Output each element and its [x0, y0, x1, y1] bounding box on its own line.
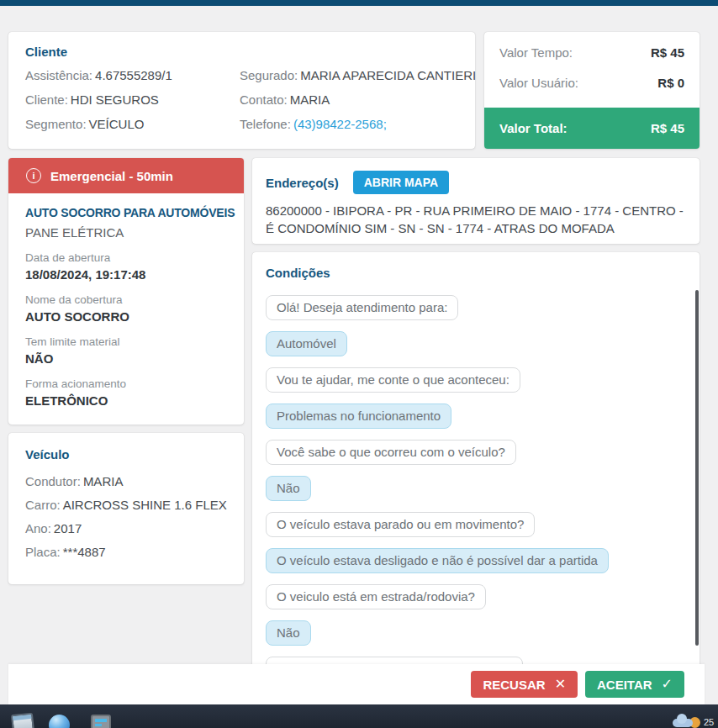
browser-globe-icon[interactable] [49, 715, 70, 728]
vehicle-card: Veículo Condutor:MARIA Carro:AIRCROSS SH… [8, 433, 244, 584]
chat-message: Não [266, 476, 311, 501]
reject-button[interactable]: RECUSAR ✕ [471, 671, 578, 698]
material-limit-field: Tem limite material NÃO [25, 335, 227, 366]
contact-row: Contato:MARIA [240, 92, 458, 107]
conditions-card-title: Condições [266, 266, 686, 280]
service-title: AUTO SOCORRO PARA AUTOMÓVEIS [25, 206, 227, 219]
chat-message: Não [266, 620, 311, 646]
emergency-banner-label: Emergencial - 50min [50, 169, 173, 183]
chat-message: O veículo estava parado ou em movimento? [266, 512, 535, 537]
address-text: 86200000 - IBIPORA - PR - RUA PRIMEIRO D… [266, 202, 686, 237]
year-row: Ano:2017 [25, 521, 227, 535]
conditions-card: Condições Olá! Deseja atendimento para: … [252, 252, 700, 670]
chat-message: Problemas no funcionamento [266, 404, 451, 429]
driver-row: Condutor:MARIA [25, 474, 227, 488]
chat-message: Olá! Deseja atendimento para: [266, 295, 458, 320]
assistance-row: Assistência:4.67555289/1 [25, 68, 240, 82]
close-icon: ✕ [555, 678, 566, 691]
info-icon: i [26, 168, 41, 183]
value-user-row: Valor Usuário: R$ 0 [499, 76, 684, 90]
values-card: Valor Tempo: R$ 45 Valor Usuário: R$ 0 V… [484, 32, 700, 149]
cloud-icon [673, 719, 693, 727]
address-card: Endereço(s) ABRIR MAPA 86200000 - IBIPOR… [252, 158, 700, 244]
chat-message: Automóvel [266, 331, 347, 356]
client-row: Cliente:HDI SEGUROS [25, 92, 240, 107]
value-total-bar: Valor Total: R$ 45 [484, 108, 700, 149]
coverage-name-field: Nome da cobertura AUTO SOCORRO [25, 293, 227, 324]
service-subtitle: PANE ELÉTRICA [25, 225, 227, 240]
car-row: Carro:AIRCROSS SHINE 1.6 FLEX [25, 498, 227, 512]
folder-icon[interactable] [11, 713, 34, 728]
value-time-row: Valor Tempo: R$ 45 [499, 45, 684, 60]
weather-temp-text: 25 [704, 717, 714, 727]
phone-link[interactable]: (43)98422-2568; [293, 117, 387, 131]
emergency-banner: i Emergencial - 50min [8, 158, 244, 193]
os-taskbar: 25 [0, 704, 718, 728]
address-card-title: Endereço(s) [266, 176, 339, 190]
chat-message: Você sabe o que ocorreu com o veículo? [266, 440, 516, 465]
chat-message: O veículo estava desligado e não é possí… [266, 548, 609, 573]
top-accent-bar [0, 0, 718, 6]
client-card-title: Cliente [25, 45, 458, 59]
plate-row: Placa:***4887 [25, 545, 227, 559]
chat-message: O veiculo está em estrada/rodovia? [266, 584, 486, 609]
check-icon: ✓ [662, 678, 673, 691]
chat-scrollbar-thumb[interactable] [695, 290, 699, 646]
app-window-icon[interactable] [91, 715, 111, 728]
phone-row: Telefone:(43)98422-2568; [240, 117, 458, 131]
chat-message: Vou te ajudar, me conte o que aconteceu: [266, 367, 520, 393]
service-card: i Emergencial - 50min AUTO SOCORRO PARA … [8, 158, 244, 425]
weather-widget[interactable]: 25 [673, 715, 706, 728]
vehicle-card-title: Veículo [25, 447, 227, 462]
accept-button[interactable]: ACEITAR ✓ [585, 671, 684, 698]
client-fields-left: Assistência:4.67555289/1 Cliente:HDI SEG… [25, 68, 240, 141]
client-fields-right: Segurado:MARIA APARECIDA CANTIERI Contat… [240, 68, 458, 141]
insured-row: Segurado:MARIA APARECIDA CANTIERI [240, 68, 458, 82]
activation-mode-field: Forma acionamento ELETRÔNICO [25, 377, 227, 408]
open-map-button[interactable]: ABRIR MAPA [353, 171, 449, 194]
opening-date-field: Data de abertura 18/08/2024, 19:17:48 [25, 251, 227, 282]
client-card: Cliente Assistência:4.67555289/1 Cliente… [8, 32, 475, 149]
action-footer: RECUSAR ✕ ACEITAR ✓ [8, 664, 705, 704]
segment-row: Segmento:VEÍCULO [25, 117, 240, 131]
